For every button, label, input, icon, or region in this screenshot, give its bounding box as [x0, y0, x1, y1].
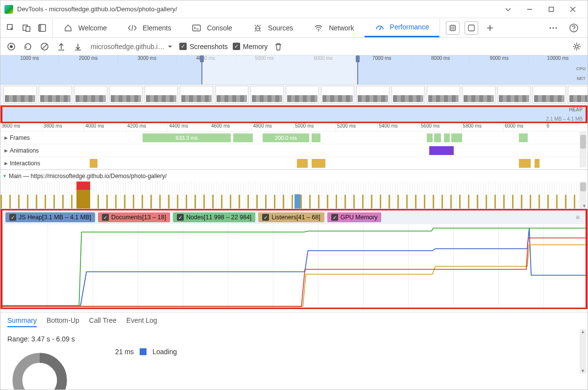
legend-label: Loading	[152, 348, 177, 356]
flame-task[interactable]	[76, 182, 90, 209]
counter-jsheap[interactable]: ✓JS Heap[3.1 MB – 4.1 MB]	[5, 212, 95, 222]
screenshot-frame[interactable]	[392, 86, 425, 104]
track-animations[interactable]: ▶Animations	[0, 144, 588, 156]
screenshot-filmstrip[interactable]	[0, 85, 588, 105]
expand-icon[interactable]: ▶	[4, 135, 8, 140]
counters-legend: ✓JS Heap[3.1 MB – 4.1 MB] ✓Documents[13 …	[2, 210, 586, 224]
interaction-bar[interactable]	[535, 159, 539, 168]
help-icon[interactable]	[567, 21, 581, 35]
svg-rect-6	[193, 25, 200, 31]
frame-bar[interactable]	[233, 133, 253, 142]
record-button[interactable]	[5, 41, 17, 52]
frame-bar[interactable]	[519, 133, 528, 142]
screenshot-frame[interactable]	[533, 86, 566, 104]
selection-handle-left[interactable]	[200, 55, 204, 62]
tab-event-log[interactable]: Event Log	[126, 316, 157, 327]
screenshot-frame[interactable]	[215, 86, 248, 104]
trash-icon[interactable]	[272, 41, 284, 52]
expand-icon[interactable]: ▶	[4, 148, 8, 153]
settings-gear-icon[interactable]	[571, 41, 583, 52]
screenshot-frame[interactable]	[427, 86, 460, 104]
device-toggle-icon[interactable]	[21, 23, 32, 33]
screenshot-frame[interactable]	[497, 86, 531, 104]
interaction-bar[interactable]	[519, 159, 531, 168]
download-icon[interactable]	[72, 41, 84, 52]
tracks-scrollbar[interactable]	[580, 131, 587, 167]
screenshot-frame[interactable]	[74, 86, 107, 104]
flame-chart[interactable]: ▼	[0, 182, 588, 209]
frame-bar[interactable]	[312, 133, 320, 142]
svg-rect-10	[450, 26, 455, 30]
clear-button[interactable]	[39, 41, 50, 52]
tab-elements[interactable]: Elements	[117, 18, 181, 37]
frame-bar[interactable]	[434, 133, 441, 142]
cpu-label: CPU	[576, 66, 586, 71]
expand-icon[interactable]: ▶	[4, 161, 8, 166]
screenshot-frame[interactable]	[250, 86, 284, 104]
screenshot-frame[interactable]	[568, 86, 588, 104]
tab-network[interactable]: Network	[303, 18, 364, 37]
collapse-icon[interactable]: ▼	[2, 174, 7, 179]
screenshots-checkbox[interactable]: ✓Screenshots	[179, 43, 228, 51]
chevron-down-icon[interactable]	[497, 2, 519, 16]
counters-chart[interactable]	[2, 224, 586, 308]
interaction-bar[interactable]	[312, 159, 325, 168]
interaction-bar[interactable]	[90, 159, 98, 168]
screenshot-frame[interactable]	[39, 86, 72, 104]
counter-nodes[interactable]: ✓Nodes[11 998 – 22 984]	[173, 212, 255, 222]
performance-toolbar: microsoftedge.github.i… ✓Screenshots ✓Me…	[0, 38, 588, 55]
screenshot-frame[interactable]	[286, 86, 319, 104]
more-icon[interactable]	[546, 21, 560, 35]
frame-bar[interactable]	[444, 133, 450, 142]
overview-timeline[interactable]: 1000 ms 2000 ms 3000 ms 4000 ms 5000 ms …	[0, 55, 588, 85]
close-button[interactable]	[562, 2, 584, 16]
screenshot-frame[interactable]	[321, 86, 354, 104]
maximize-button[interactable]	[540, 2, 562, 16]
animation-bar[interactable]	[429, 146, 454, 155]
chip-icon[interactable]	[446, 21, 460, 35]
track-frames[interactable]: ▶Frames 633.3 ms 200.0 ms	[0, 131, 588, 144]
tab-sources[interactable]: Sources	[243, 18, 303, 37]
frame-bar[interactable]	[451, 133, 462, 142]
svg-point-16	[570, 24, 578, 32]
counter-listeners[interactable]: ✓Listeners[41 – 68]	[258, 212, 324, 222]
upload-icon[interactable]	[55, 41, 67, 52]
tab-summary[interactable]: Summary	[7, 316, 37, 327]
counter-documents[interactable]: ✓Documents[13 – 18]	[98, 212, 170, 222]
frame-bar[interactable]: 633.3 ms	[143, 133, 231, 142]
reload-record-button[interactable]	[22, 41, 34, 52]
target-select[interactable]: microsoftedge.github.i…	[89, 43, 174, 51]
counter-label: Listeners[41 – 68]	[271, 214, 320, 221]
interaction-bar[interactable]	[297, 159, 308, 168]
overview-selection[interactable]	[201, 55, 358, 84]
selection-handle-right[interactable]	[356, 55, 360, 62]
screenshot-frame[interactable]	[145, 86, 178, 104]
counter-gpu[interactable]: ✓GPU Memory	[327, 212, 382, 222]
minimize-button[interactable]	[519, 2, 540, 16]
flame-task[interactable]	[294, 194, 300, 209]
screenshot-frame[interactable]	[356, 86, 390, 104]
expand-caret-icon[interactable]: ▼	[582, 204, 587, 208]
screenshot-frame[interactable]	[109, 86, 143, 104]
tab-bottom-up[interactable]: Bottom-Up	[47, 316, 79, 327]
elements-icon	[127, 23, 138, 33]
tab-performance[interactable]: Performance	[365, 18, 440, 37]
screenshot-frame[interactable]	[180, 86, 213, 104]
screenshot-frame[interactable]	[3, 86, 37, 104]
tab-call-tree[interactable]: Call Tree	[89, 316, 117, 327]
tab-console[interactable]: Console	[181, 18, 242, 37]
tab-welcome[interactable]: Welcome	[53, 18, 117, 37]
frame-bar[interactable]: 200.0 ms	[263, 133, 309, 142]
panel-icon[interactable]	[465, 21, 478, 35]
memory-checkbox[interactable]: ✓Memory	[233, 43, 268, 51]
plus-icon[interactable]	[483, 21, 497, 35]
main-thread-header[interactable]: ▼ Main — https://microsoftedge.github.io…	[0, 170, 588, 182]
dock-icon[interactable]	[37, 23, 48, 33]
summary-scrollbar[interactable]: ▲ ▼	[580, 329, 587, 373]
frame-bar[interactable]	[427, 133, 433, 142]
svg-point-9	[379, 29, 380, 30]
inspect-icon[interactable]	[5, 23, 16, 33]
screenshot-frame[interactable]	[462, 86, 495, 104]
counters-menu-icon[interactable]: ≡	[573, 213, 583, 221]
track-interactions[interactable]: ▶Interactions	[0, 156, 588, 169]
